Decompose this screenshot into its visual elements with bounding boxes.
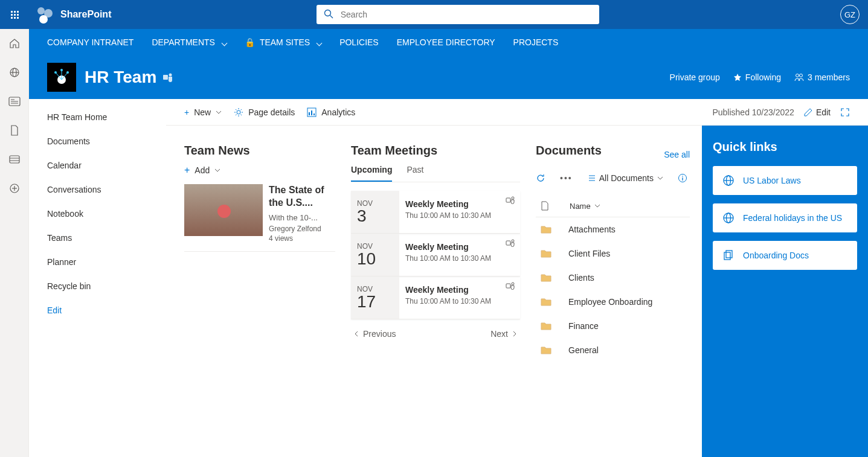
meeting-day: 10 (357, 251, 393, 267)
news-card[interactable]: The State of the U.S.... With the 10-...… (184, 184, 335, 252)
hub-link-policies[interactable]: POLICIES (339, 37, 379, 47)
nav-notebook[interactable]: Notebook (29, 202, 166, 226)
edit-button[interactable]: Edit (804, 107, 831, 117)
svg-point-28 (799, 74, 802, 77)
table-row[interactable]: General (536, 338, 690, 362)
next-label: Next (490, 329, 508, 339)
rail-news-icon[interactable] (0, 87, 29, 116)
hub-link-projects[interactable]: PROJECTS (513, 37, 559, 47)
svg-point-3 (324, 10, 330, 16)
teams-small-icon[interactable] (506, 238, 515, 248)
nav-hr-home[interactable]: HR Team Home (29, 105, 166, 129)
rail-files-icon[interactable] (0, 116, 29, 145)
tab-past[interactable]: Past (407, 165, 423, 182)
search-input[interactable] (317, 5, 599, 24)
analytics-button[interactable]: Analytics (307, 107, 355, 117)
documents-toolbar: ••• All Documents (536, 173, 690, 183)
quick-link-holidays[interactable]: Federal holidays in the US (713, 203, 857, 232)
nav-calendar[interactable]: Calendar (29, 153, 166, 177)
quick-link-labor[interactable]: US Labor Laws (713, 166, 857, 195)
hub-link-directory[interactable]: EMPLOYEE DIRECTORY (397, 37, 495, 47)
following-button[interactable]: Following (733, 72, 781, 82)
nav-planner[interactable]: Planner (29, 250, 166, 274)
pencil-icon (804, 108, 812, 117)
meetings-section: Team Meetings Upcoming Past NOV3 Weekly … (351, 144, 520, 457)
site-logo[interactable] (47, 63, 76, 92)
table-row[interactable]: Attachments (536, 217, 690, 241)
teams-icon[interactable] (162, 72, 173, 83)
refresh-icon[interactable] (536, 173, 545, 183)
rail-home-icon[interactable] (0, 29, 29, 58)
next-button[interactable]: Next (490, 329, 518, 339)
tab-upcoming[interactable]: Upcoming (351, 165, 392, 182)
nav-conversations[interactable]: Conversations (29, 177, 166, 202)
teams-small-icon[interactable] (506, 196, 515, 205)
news-add-button[interactable]: + Add (184, 165, 335, 176)
hub-link-teamsites[interactable]: 🔒TEAM SITES (245, 37, 321, 47)
svg-point-27 (796, 74, 799, 77)
view-selector[interactable]: All Documents (587, 173, 663, 183)
app-name[interactable]: SharePoint (60, 9, 111, 20)
people-icon (794, 73, 804, 81)
suite-bar: SharePoint GZ (0, 0, 868, 29)
meeting-card[interactable]: NOV17 Weekly MeetingThu 10:00 AM to 10:3… (351, 276, 520, 319)
plus-icon: + (184, 165, 190, 176)
privacy-label: Private group (670, 72, 720, 82)
ql-label: Federal holidays in the US (743, 213, 842, 223)
analytics-icon (307, 107, 317, 117)
column-name[interactable]: Name (570, 202, 600, 211)
see-all-link[interactable]: See all (664, 150, 690, 159)
svg-point-39 (512, 283, 514, 285)
nav-documents[interactable]: Documents (29, 129, 166, 153)
user-avatar[interactable]: GZ (840, 5, 860, 24)
hub-link-departments[interactable]: DEPARTMENTS (152, 37, 227, 47)
teams-small-icon[interactable] (506, 281, 515, 291)
site-meta: Private group Following 3 members (670, 72, 850, 82)
chevron-down-icon (220, 37, 227, 47)
info-icon[interactable] (678, 173, 687, 183)
rail-create-icon[interactable] (0, 174, 29, 203)
quick-link-onboarding[interactable]: Onboarding Docs (713, 241, 857, 270)
chevron-down-icon (216, 109, 222, 115)
rail-lists-icon[interactable] (0, 145, 29, 174)
chevron-down-icon (657, 175, 663, 181)
members-label: 3 members (808, 72, 850, 82)
site-logo-icon (51, 66, 72, 88)
expand-icon[interactable] (840, 107, 850, 117)
meeting-card[interactable]: NOV3 Weekly MeetingThu 10:00 AM to 10:30… (351, 191, 520, 234)
waffle-icon (11, 11, 19, 19)
svg-rect-25 (163, 75, 168, 80)
nav-recycle[interactable]: Recycle bin (29, 274, 166, 298)
svg-rect-34 (506, 198, 510, 202)
page-details-button[interactable]: Page details (234, 107, 295, 117)
add-label: Add (194, 165, 210, 175)
list-icon (587, 174, 596, 182)
table-row[interactable]: Employee Onboarding (536, 290, 690, 314)
table-row[interactable]: Client Files (536, 241, 690, 266)
table-row[interactable]: Finance (536, 314, 690, 338)
documents-icon (722, 249, 735, 261)
nav-edit-link[interactable]: Edit (29, 298, 166, 322)
new-button[interactable]: + New (184, 107, 222, 117)
view-label: All Documents (599, 173, 654, 183)
svg-rect-38 (506, 284, 510, 288)
svg-rect-12 (10, 156, 19, 163)
ql-label: US Labor Laws (743, 176, 801, 185)
app-launcher[interactable] (0, 0, 29, 29)
command-bar: + New Page details Analytics Published 1… (166, 99, 868, 126)
svg-rect-31 (309, 112, 310, 115)
meeting-card[interactable]: NOV10 Weekly MeetingThu 10:00 AM to 10:3… (351, 234, 520, 276)
chevron-down-icon (315, 37, 321, 47)
row-name: Attachments (568, 225, 616, 234)
prev-button[interactable]: Previous (353, 329, 396, 339)
table-row[interactable]: Clients (536, 266, 690, 290)
members-button[interactable]: 3 members (794, 72, 850, 82)
more-icon[interactable]: ••• (560, 173, 573, 183)
rail-globe-icon[interactable] (0, 58, 29, 87)
canvas: Team News + Add The State of the U.S....… (166, 126, 868, 457)
news-item-subtitle: With the 10-... (269, 213, 335, 222)
folder-icon (541, 249, 551, 258)
hub-link-company[interactable]: COMPANY INTRANET (47, 37, 133, 47)
left-nav: HR Team Home Documents Calendar Conversa… (29, 99, 166, 457)
nav-teams[interactable]: Teams (29, 226, 166, 250)
